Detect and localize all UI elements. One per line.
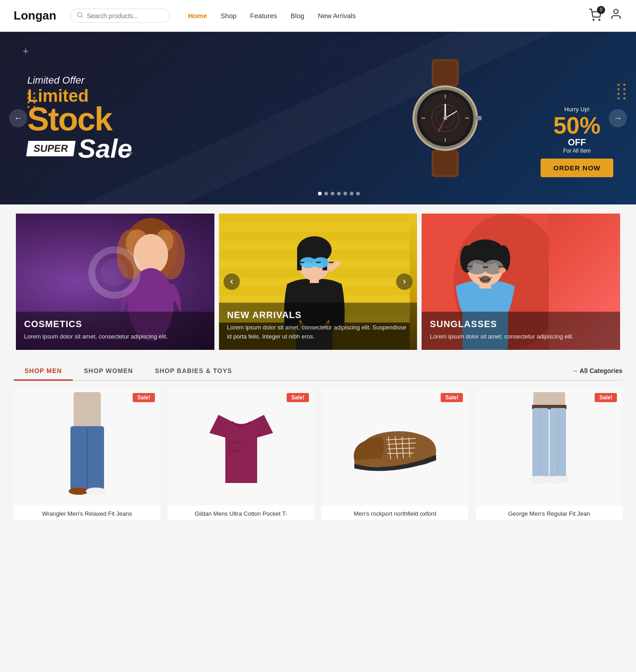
hero-banner: + + Limited Offer Limited Stock SUPER Sa… — [0, 32, 636, 204]
product-image-wrap: Sale! — [322, 388, 468, 506]
cosmetics-overlay: COSMETICS Lorem ipsum dolor sit amet, co… — [16, 312, 214, 350]
tab-shop-men[interactable]: SHOP MEN — [14, 363, 73, 380]
product-card[interactable]: Sale! Wrangler Men's Relaxed Fit Jeans — [14, 388, 160, 520]
svg-point-71 — [499, 268, 506, 273]
arrow-left-icon: ← — [14, 114, 22, 123]
hero-prev-button[interactable]: ← — [9, 109, 27, 127]
cart-count: 0 — [597, 6, 605, 14]
watch-svg — [400, 59, 491, 177]
svg-point-3 — [599, 19, 600, 20]
product-name: George Men's Regular Fit Jean — [476, 506, 622, 520]
all-categories-button[interactable]: → All Categories — [571, 363, 622, 380]
svg-point-22 — [443, 116, 447, 120]
svg-rect-23 — [476, 116, 482, 120]
svg-rect-8 — [434, 151, 457, 175]
product-jeans-image — [46, 392, 128, 501]
new-arrivals-next-button[interactable] — [396, 274, 412, 290]
arrow-right-icon — [401, 278, 408, 285]
product-shoes-image — [345, 406, 445, 488]
product-image-wrap: Sale! — [14, 388, 160, 506]
cart-button[interactable]: 0 — [589, 9, 601, 23]
hero-next-button[interactable]: → — [609, 109, 627, 127]
tab-shop-women[interactable]: SHOP WOMEN — [73, 363, 144, 380]
product-image-wrap: Sale! — [168, 388, 314, 506]
product-image-wrap: Sale! — [476, 388, 622, 506]
hero-watch-image — [382, 41, 509, 195]
arrow-left-icon — [228, 278, 235, 285]
sunglasses-overlay: SUNGLASSES Lorem ipsum dolor sit amet, c… — [422, 312, 620, 350]
user-icon[interactable] — [610, 8, 622, 24]
nav-shop[interactable]: Shop — [221, 12, 237, 20]
svg-rect-76 — [70, 426, 87, 490]
shop-tabs-section: SHOP MEN SHOP WOMEN SHOP BABIES & TOYS →… — [14, 363, 622, 381]
order-now-button[interactable]: ORDER NOW — [541, 159, 613, 177]
svg-point-4 — [614, 10, 618, 14]
hurry-up-text: Hurry Up! — [541, 106, 613, 113]
product-card[interactable]: Sale! Gildan Mens Ultra Cotton Pocket T- — [168, 388, 314, 520]
hero-content: Limited Offer Limited Stock SUPER Sale — [27, 75, 609, 162]
header: Longan Home Shop Features Blog New Arriv… — [0, 0, 636, 32]
svg-point-78 — [69, 488, 89, 495]
svg-point-72 — [480, 276, 491, 283]
category-new-arrivals[interactable]: NEW ARRIVALS Lorem ipsum dolor sit amet,… — [219, 214, 417, 350]
svg-rect-69 — [467, 266, 472, 267]
svg-rect-34 — [219, 214, 410, 223]
svg-point-0 — [78, 13, 82, 17]
sunglasses-title: SUNGLASSES — [430, 319, 612, 329]
category-sunglasses[interactable]: SUNGLASSES Lorem ipsum dolor sit amet, c… — [422, 214, 620, 350]
logo[interactable]: Longan — [14, 9, 56, 23]
svg-line-1 — [81, 16, 83, 18]
product-name: Gildan Mens Ultra Cotton Pocket T- — [168, 506, 314, 520]
new-arrivals-overlay: NEW ARRIVALS Lorem ipsum dolor sit amet,… — [219, 303, 417, 350]
svg-rect-91 — [533, 392, 565, 406]
off-text: OFF — [541, 137, 613, 148]
svg-rect-6 — [434, 61, 457, 85]
hero-limited: Limited — [27, 87, 609, 105]
hero-stock: Stock — [27, 105, 609, 134]
svg-rect-73 — [74, 392, 101, 428]
hero-super: SUPER — [26, 141, 76, 156]
new-arrivals-desc: Lorem ipsum dolor sit amet, consectetur … — [227, 323, 409, 341]
svg-rect-35 — [219, 223, 410, 232]
svg-point-79 — [86, 488, 106, 495]
cosmetics-title: COSMETICS — [24, 319, 206, 329]
svg-point-2 — [593, 19, 594, 20]
svg-rect-55 — [316, 262, 321, 263]
svg-rect-51 — [297, 248, 302, 270]
svg-line-90 — [388, 453, 413, 453]
search-input[interactable] — [87, 12, 159, 20]
hero-sale: Sale — [78, 135, 132, 162]
search-bar[interactable] — [70, 9, 170, 23]
category-cosmetics[interactable]: COSMETICS Lorem ipsum dolor sit amet, co… — [16, 214, 214, 350]
svg-rect-68 — [483, 266, 488, 268]
svg-rect-77 — [88, 426, 104, 490]
arrow-right-icon: → — [614, 114, 622, 123]
product-tshirt-image — [200, 392, 282, 501]
tab-shop-babies-toys[interactable]: SHOP BABIES & TOYS — [144, 363, 243, 380]
sale-badge: Sale! — [133, 393, 155, 402]
product-card[interactable]: Sale! George Men's Regular Fit Jean — [476, 388, 622, 520]
sale-badge: Sale! — [441, 393, 463, 402]
hero-tagline: Limited Offer — [27, 75, 609, 86]
hero-offer-block: Hurry Up! 50% OFF For All Item ORDER NOW — [541, 106, 613, 177]
hero-dots-right — [617, 84, 627, 100]
new-arrivals-prev-button[interactable] — [224, 274, 240, 290]
nav-features[interactable]: Features — [250, 12, 277, 20]
svg-rect-56 — [300, 262, 304, 263]
product-name: Men's rockport northfield oxford — [322, 506, 468, 520]
products-grid: Sale! Wrangler Men's Relaxed Fit Jeans S… — [14, 388, 622, 520]
header-icons: 0 — [589, 8, 622, 24]
main-nav: Home Shop Features Blog New Arrivals — [188, 12, 580, 20]
shop-tabs: SHOP MEN SHOP WOMEN SHOP BABIES & TOYS →… — [14, 363, 622, 381]
hero-plus-1: + — [23, 45, 29, 57]
discount-text: 50% — [541, 114, 613, 137]
nav-blog[interactable]: Blog — [291, 12, 304, 20]
sunglasses-desc: Lorem ipsum dolor sit amet, consectetur … — [430, 332, 612, 341]
sale-badge: Sale! — [595, 393, 617, 402]
svg-rect-70 — [499, 266, 504, 267]
category-section: COSMETICS Lorem ipsum dolor sit amet, co… — [14, 214, 622, 350]
nav-new-arrivals[interactable]: New Arrivals — [318, 12, 356, 20]
nav-home[interactable]: Home — [188, 12, 207, 20]
cosmetics-desc: Lorem ipsum dolor sit amet, consectetur … — [24, 332, 206, 341]
product-card[interactable]: Sale! Men's rockport northfield oxford — [322, 388, 468, 520]
